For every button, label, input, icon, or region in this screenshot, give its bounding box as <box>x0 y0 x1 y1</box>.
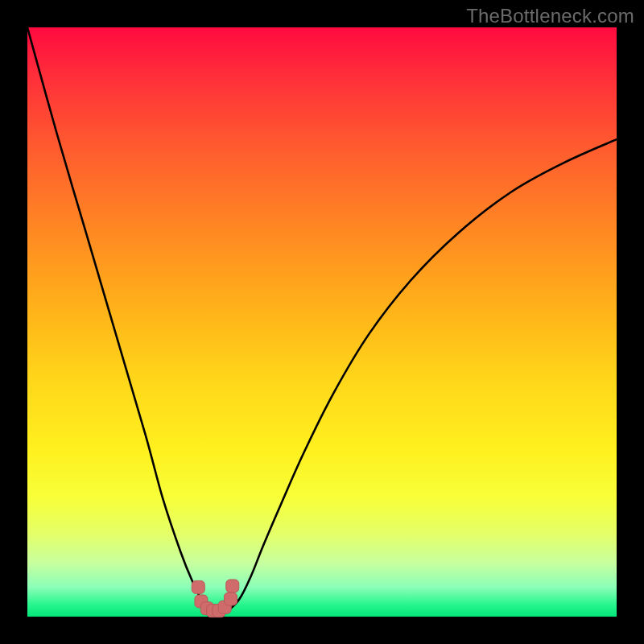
minimum-marker <box>226 580 239 592</box>
minimum-markers <box>192 580 238 617</box>
chart-svg <box>27 27 617 617</box>
minimum-marker <box>192 580 204 593</box>
bottleneck-curve <box>27 27 617 614</box>
watermark-text: TheBottleneck.com <box>466 5 634 27</box>
plot-area <box>27 27 617 617</box>
minimum-marker <box>225 592 237 605</box>
outer-frame: TheBottleneck.com <box>0 0 644 644</box>
